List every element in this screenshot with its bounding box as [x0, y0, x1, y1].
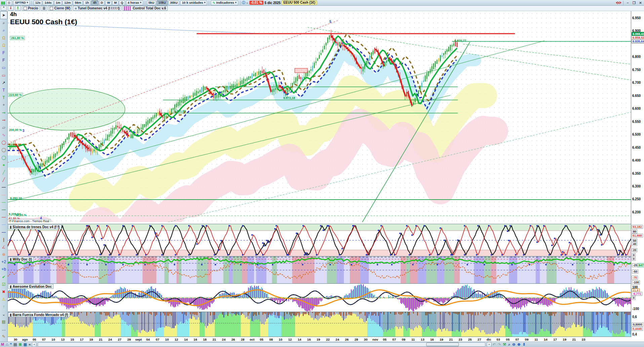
alarm-icon[interactable]: Ω [0, 42, 7, 49]
zoom-out-icon[interactable]: ⊖ [512, 343, 515, 346]
undo-icon[interactable]: ↶ [493, 343, 496, 346]
main-chart[interactable]: 4h EEUU 500 Cash (1€) IT-Finance.com - T… [7, 11, 631, 222]
fibonacci-tool-icon[interactable]: F [0, 49, 7, 57]
rectangle-annotation[interactable] [295, 68, 308, 73]
unit-button-5kU[interactable]: 5kU [147, 0, 156, 5]
panel-header-3[interactable]: ▮Barra Fuerza Fondo Mercado v4 (f) [8, 312, 70, 317]
indicators-list-icon[interactable]: ≣ [19, 343, 22, 346]
ellipse-brown-tool-icon[interactable]: ◯ [0, 146, 7, 153]
chart-window-icon[interactable]: ▦ [24, 343, 27, 346]
panel-header-2[interactable]: ▮Awesome Evolution Doc [8, 284, 53, 289]
minimize-button[interactable]: – [625, 1, 630, 5]
timeframe-button-4h[interactable]: 4h [91, 0, 98, 5]
measure-red-tool-icon[interactable]: ⊸ [0, 116, 7, 124]
sell-arrow-button[interactable]: ↧ [8, 6, 14, 11]
circle-plus-tool-icon[interactable]: ⊕ [0, 251, 7, 258]
ellipse-red-tool-icon[interactable]: ◯ [0, 139, 7, 146]
pointer-tool-icon[interactable]: ➤ [0, 11, 7, 19]
horizontal-scrollbar[interactable] [38, 342, 485, 347]
symbol-select[interactable]: SPTRD ▾ [13, 0, 30, 5]
comment-icon[interactable]: ❝ [10, 343, 12, 346]
list-settings-button[interactable]: ☰ [41, 6, 47, 11]
arrow-tool-icon[interactable]: ↗ [0, 79, 7, 86]
collapse-scroll-icon[interactable]: « [29, 343, 31, 346]
close-button[interactable]: ✕ [638, 1, 643, 5]
refresh-icon[interactable]: ⟲⟳ [616, 1, 621, 5]
timeframe-dropdown[interactable]: 4 horas ▾ [126, 0, 143, 5]
export-document-icon[interactable]: ▤ [13, 343, 17, 346]
rectangle-blue-tool-icon[interactable]: ▭ [0, 64, 7, 71]
panel-0[interactable]: ▮Sistema de trenes Doc v4 (f f) [7, 224, 631, 256]
delete-icon[interactable]: ✖ [0, 288, 7, 296]
warning-icon[interactable]: ⚠ [0, 296, 7, 303]
text-tool-icon[interactable]: T [0, 86, 7, 94]
tunel-indicator-chip[interactable]: ■ Tunel Domenec v4 (t t t t t) [73, 6, 121, 11]
numbers-tool-icon[interactable]: +2 [0, 258, 7, 266]
date-axis[interactable]: 30ago0507101315171921242729sept040710121… [7, 337, 631, 342]
info-icon[interactable]: ⓘ [242, 0, 245, 5]
panel-2[interactable]: ▮Awesome Evolution Doc [7, 283, 631, 312]
collapse-toolbar-button[interactable]: ⌃ [1, 6, 7, 11]
measure-green-tool-icon[interactable]: ⊸ [0, 109, 7, 116]
panel-3[interactable]: ▮Barra Fuerza Fondo Mercado v4 (f) [7, 312, 631, 337]
zoom-selection-icon[interactable]: ⌕ [508, 343, 510, 346]
timeframe-button-1m[interactable]: 1m [54, 0, 62, 5]
price-axis[interactable]: 6.9506.9006.8006.7506.7006.6506.6006.550… [631, 11, 644, 342]
panel-header-0[interactable]: ▮Sistema de trenes Doc v4 (f f) [8, 224, 62, 229]
hline-black-icon[interactable]: — [0, 183, 7, 191]
trend-line[interactable] [463, 44, 631, 64]
ellipse-drawing[interactable] [9, 89, 125, 130]
indicators-button[interactable]: ∿ Indicadores ▾ [211, 0, 238, 5]
trend-line[interactable] [308, 27, 631, 80]
validate-icon[interactable]: ✔ [0, 273, 7, 281]
zoom-in-icon[interactable]: ⊕ [517, 343, 520, 346]
restore-button[interactable]: ❐ [632, 1, 637, 5]
ellipsis-icon[interactable]: … [0, 325, 7, 333]
hline-pink-icon[interactable]: — [0, 191, 7, 199]
comment-tool-icon[interactable]: T [0, 94, 7, 101]
checkbox-icon[interactable] [50, 7, 53, 10]
chart-settings-icon[interactable]: ⚒ [503, 343, 506, 346]
timeframe-button-56m[interactable]: 56m [73, 0, 83, 5]
scrollbar-thumb[interactable] [426, 343, 459, 346]
rectangle-red-tool-icon[interactable]: ▭ [0, 72, 7, 79]
checkbox-icon[interactable] [24, 7, 27, 10]
buy-arrow-button[interactable]: ↥ [15, 6, 21, 11]
mv-logo-icon[interactable]: M [1, 343, 4, 346]
scroll-right-button[interactable]: › [487, 342, 491, 347]
fit-vertical-icon[interactable]: ⇕ [523, 343, 526, 346]
zoom-area-tool-icon[interactable]: ⌕ [0, 27, 7, 34]
timeframe-button-Q[interactable]: Q [119, 0, 125, 5]
panel-1[interactable]: ▮Willy Doc (t) [7, 256, 631, 284]
hline-lightblue-icon[interactable]: — [0, 221, 7, 228]
timeframe-button-144s[interactable]: 144s [43, 0, 53, 5]
close-w-overlay-chip[interactable]: Cierre (W) [48, 6, 72, 11]
units-dropdown[interactable]: 10 k unidades ▾ [180, 0, 207, 5]
pattern-tool-icon[interactable]: ∿ [0, 131, 7, 139]
unit-button-10kU[interactable]: 10kU [157, 0, 168, 5]
vline-tool-icon[interactable]: | [0, 236, 7, 243]
timeframe-button-12m[interactable]: 12m [63, 0, 72, 5]
scroll-left-button[interactable]: ‹ [32, 342, 36, 347]
timeframe-button-D[interactable]: D [99, 0, 105, 5]
panel-header-1[interactable]: ▮Willy Doc (t) [8, 257, 34, 262]
price-overlay-chip[interactable]: Precio [22, 6, 40, 11]
letters-tool-icon[interactable]: +b [0, 266, 7, 273]
timeframe-button-W[interactable]: W [105, 0, 112, 5]
control-total-chip[interactable]: ▎▎▎▎ Control Total Doc v.6 [122, 6, 168, 11]
ellipse-green-tool-icon[interactable]: ◯ [0, 154, 7, 161]
timeframe-button-12s[interactable]: 12s [34, 0, 42, 5]
hline-darkgreen-icon[interactable]: — [0, 206, 7, 213]
layout-link-button[interactable]: ◎ [6, 0, 12, 5]
zoom-tool-icon[interactable]: ⌕ [0, 19, 7, 27]
share-icon[interactable]: ∴ [6, 343, 8, 346]
thumbs-up-icon[interactable]: ☑ [0, 281, 7, 288]
timeframe-button-1h[interactable]: 1h [83, 0, 90, 5]
hline-green-icon[interactable]: — [0, 199, 7, 206]
angle-tool-icon[interactable]: ∠ [0, 243, 7, 251]
unit-button-35kU[interactable]: 35kU [168, 0, 179, 5]
more-tools-icon[interactable]: ⌄ [0, 311, 7, 318]
fibonacci-projection-icon[interactable]: F [0, 57, 7, 64]
create-alert-icon[interactable]: Ω [0, 34, 7, 42]
edit-pencil-icon[interactable]: ✎ [0, 333, 7, 340]
